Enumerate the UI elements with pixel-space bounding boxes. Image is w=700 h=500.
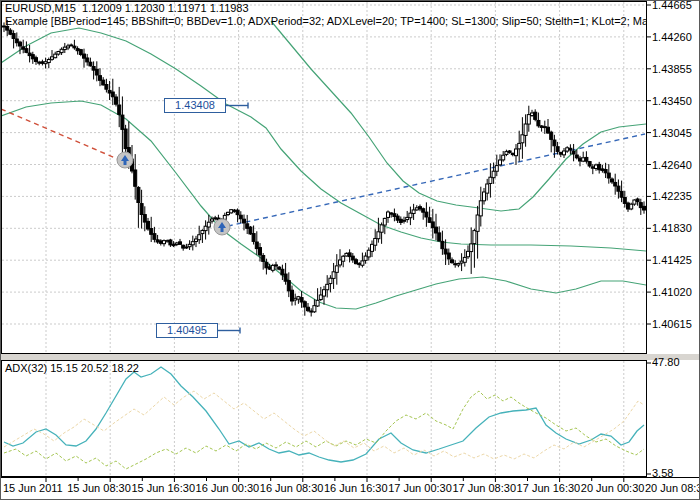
pane-splitter[interactable] <box>1 354 700 360</box>
chart-canvas[interactable] <box>1 1 700 500</box>
buy-arrow-marker <box>214 219 230 235</box>
buy-arrow-marker <box>117 152 133 168</box>
mt4-chart-window: EURUSD,M15 1.12009 1.12030 1.11971 1.119… <box>0 0 700 500</box>
